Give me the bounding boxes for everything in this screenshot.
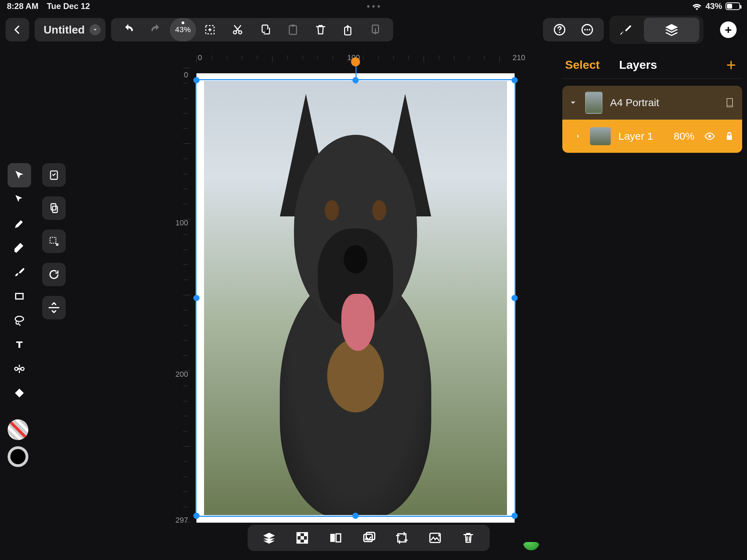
handle-bottom-right[interactable] [511, 513, 518, 519]
cut-button[interactable] [224, 18, 251, 41]
handle-bottom-mid[interactable] [352, 513, 359, 519]
rotate-tool[interactable] [42, 263, 66, 286]
direct-select-tool[interactable] [8, 187, 31, 212]
import-button[interactable] [362, 18, 390, 41]
svg-point-35 [708, 135, 711, 138]
move-tool[interactable] [8, 163, 31, 187]
split-button[interactable] [326, 528, 345, 548]
tab-layers[interactable]: Layers [619, 58, 657, 72]
svg-rect-4 [289, 26, 297, 35]
layer-thumbnail [590, 127, 611, 145]
svg-rect-24 [301, 536, 304, 540]
brush-panel-button[interactable] [614, 18, 638, 42]
handle-bottom-left[interactable] [193, 513, 200, 519]
svg-rect-25 [304, 533, 307, 536]
svg-point-11 [584, 29, 585, 30]
left-toolbar-secondary [42, 163, 66, 319]
stroke-swatch[interactable] [8, 419, 28, 440]
edit-group: 43% [111, 18, 393, 41]
svg-rect-28 [330, 534, 335, 542]
handle-mid-left[interactable] [193, 295, 200, 301]
more-menu-button[interactable] [573, 18, 601, 41]
help-button[interactable] [546, 18, 573, 41]
zoom-indicator[interactable]: 43% [170, 18, 196, 41]
svg-rect-5 [292, 25, 295, 27]
help-group [543, 18, 604, 41]
ruler-v-200: 200 [175, 370, 188, 379]
multitask-dots-icon[interactable] [367, 5, 380, 8]
status-date: Tue Dec 12 [47, 1, 90, 11]
svg-rect-21 [50, 237, 56, 243]
chevron-down-icon[interactable] [569, 98, 578, 107]
brush-tool[interactable] [8, 260, 31, 284]
svg-point-12 [587, 29, 588, 30]
title-caret-icon [90, 24, 101, 35]
undo-button[interactable] [114, 18, 142, 41]
fill-swatch[interactable] [8, 446, 28, 467]
knife-tool[interactable] [8, 357, 31, 381]
scale-tool[interactable] [42, 296, 66, 319]
handle-mid-right[interactable] [511, 295, 518, 301]
pencil-tool[interactable] [8, 236, 31, 260]
layer-group-row[interactable]: A4 Portrait [562, 86, 742, 120]
ruler-v-100: 100 [175, 218, 188, 227]
document-title[interactable]: Untitled [35, 18, 105, 41]
handle-top-left[interactable] [193, 77, 200, 83]
paste-button[interactable] [279, 18, 307, 41]
image-adjust-button[interactable] [425, 528, 445, 548]
crop-select-button[interactable] [196, 18, 224, 41]
handle-top-right[interactable] [511, 77, 518, 83]
svg-point-9 [559, 32, 560, 33]
ruler-vertical[interactable]: 0 100 200 297 [169, 68, 190, 559]
clipboard-tool[interactable] [42, 163, 66, 187]
stack-button[interactable] [259, 528, 279, 548]
opacity-button[interactable] [293, 528, 312, 548]
ruler-v-0: 0 [184, 71, 188, 80]
svg-rect-36 [727, 136, 732, 140]
transform-tool[interactable] [42, 230, 66, 253]
battery-icon [726, 2, 740, 10]
rect-tool[interactable] [8, 284, 31, 308]
trash-button[interactable] [459, 528, 478, 548]
color-swatches [8, 419, 28, 467]
gallery-button[interactable] [359, 528, 378, 548]
add-layer-button[interactable]: + [726, 57, 736, 73]
back-button[interactable] [6, 18, 29, 41]
export-button[interactable] [334, 18, 362, 41]
add-button[interactable]: + [720, 21, 737, 38]
copy-button[interactable] [251, 18, 279, 41]
selection-box[interactable] [196, 80, 515, 516]
ruler-v-297: 297 [175, 516, 188, 525]
group-thumbnail [585, 92, 602, 114]
tab-select[interactable]: Select [565, 58, 600, 72]
pen-tool[interactable] [8, 212, 31, 236]
redo-button[interactable] [142, 18, 170, 41]
svg-rect-20 [53, 206, 57, 212]
svg-point-13 [589, 29, 590, 30]
svg-rect-19 [51, 204, 56, 210]
layer-row[interactable]: Layer 1 80% [562, 120, 742, 153]
status-bar: 8:28 AM Tue Dec 12 43% [0, 0, 747, 12]
svg-rect-27 [304, 540, 307, 543]
handle-top-mid[interactable] [352, 77, 359, 83]
text-tool[interactable] [8, 333, 31, 357]
delete-button[interactable] [307, 18, 334, 41]
top-toolbar: Untitled 43% [6, 16, 741, 44]
layers-sidebar: Select Layers + A4 Portrait Layer 1 80% [562, 51, 742, 153]
layer-name: Layer 1 [618, 130, 666, 142]
svg-rect-14 [16, 293, 23, 299]
chevron-right-icon[interactable] [574, 132, 582, 140]
ruler-horizontal[interactable]: 0 100 210 [196, 50, 546, 66]
lock-icon[interactable] [725, 131, 734, 141]
svg-rect-23 [297, 533, 301, 536]
visibility-icon[interactable] [704, 131, 715, 142]
rotation-anchor-icon[interactable] [351, 57, 360, 66]
ruler-h-0: 0 [198, 53, 202, 62]
artboard-icon [726, 98, 734, 108]
lasso-tool[interactable] [8, 308, 31, 333]
duplicate-tool[interactable] [42, 196, 66, 220]
crop-button[interactable] [392, 528, 412, 548]
eraser-tool[interactable] [8, 381, 31, 405]
left-toolbar-main [8, 163, 31, 405]
layers-panel-button[interactable] [644, 18, 699, 42]
